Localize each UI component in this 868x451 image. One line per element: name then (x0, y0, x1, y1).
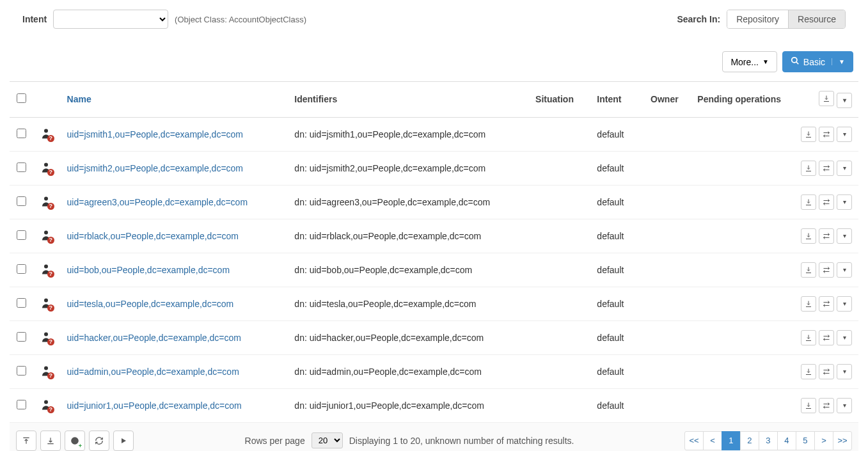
row-checkbox[interactable] (17, 400, 26, 409)
row-more-button[interactable]: ▾ (837, 364, 852, 379)
person-unknown-icon: ? (40, 161, 53, 175)
svg-point-5 (44, 230, 48, 234)
row-owner (644, 354, 691, 388)
download-header-button[interactable] (819, 91, 834, 106)
row-download-button[interactable] (801, 262, 816, 278)
row-intent: default (590, 388, 644, 422)
row-intent: default (590, 354, 644, 388)
row-name-link[interactable]: uid=admin,ou=People,dc=example,dc=com (67, 367, 239, 377)
row-download-button[interactable] (801, 161, 816, 176)
row-pending (691, 287, 791, 320)
row-name-link[interactable]: uid=junior1,ou=People,dc=example,dc=com (67, 400, 242, 411)
row-swap-button[interactable] (819, 127, 834, 142)
row-name-link[interactable]: uid=tesla,ou=People,dc=example,dc=com (67, 299, 234, 309)
row-swap-button[interactable] (819, 398, 834, 413)
download-button[interactable] (40, 431, 61, 451)
row-download-button[interactable] (801, 398, 816, 413)
chevron-down-icon: ▼ (762, 58, 769, 65)
basic-search-button[interactable]: Basic ▼ (782, 51, 853, 72)
row-identifier: dn: uid=tesla,ou=People,dc=example,dc=co… (288, 287, 529, 320)
page-3[interactable]: 3 (759, 431, 778, 450)
row-situation (529, 320, 590, 354)
row-name-link[interactable]: uid=jsmith2,ou=People,dc=example,dc=com (67, 163, 244, 173)
row-swap-button[interactable] (819, 330, 834, 345)
row-swap-button[interactable] (819, 296, 834, 312)
table-row: ?uid=agreen3,ou=People,dc=example,dc=com… (10, 185, 858, 219)
row-more-button[interactable]: ▾ (837, 127, 852, 142)
page-1[interactable]: 1 (722, 431, 741, 450)
row-checkbox[interactable] (17, 298, 26, 308)
row-download-button[interactable] (801, 330, 816, 345)
row-more-button[interactable]: ▾ (837, 398, 852, 413)
upload-button[interactable] (16, 431, 36, 451)
page-first[interactable]: << (684, 431, 704, 450)
row-swap-button[interactable] (819, 364, 834, 379)
row-swap-button[interactable] (819, 161, 834, 176)
row-owner (644, 388, 691, 422)
row-owner (644, 219, 691, 253)
row-more-button[interactable]: ▾ (837, 262, 852, 278)
intent-select[interactable] (53, 10, 168, 29)
row-name-link[interactable]: uid=agreen3,ou=People,dc=example,dc=com (67, 197, 248, 207)
row-name-link[interactable]: uid=jsmith1,ou=People,dc=example,dc=com (67, 129, 244, 139)
table-row: ?uid=tesla,ou=People,dc=example,dc=comdn… (10, 287, 858, 320)
page-5[interactable]: 5 (796, 431, 815, 450)
chevron-down-icon[interactable]: ▼ (832, 58, 845, 65)
row-pending (691, 117, 791, 151)
identifiers-column: Identifiers (288, 82, 529, 118)
display-text: Displaying 1 to 20, unknown number of ma… (349, 436, 574, 446)
search-in-label: Search In: (677, 14, 720, 24)
table-row: ?uid=admin,ou=People,dc=example,dc=comdn… (10, 354, 858, 388)
row-checkbox[interactable] (17, 162, 26, 172)
row-more-button[interactable]: ▾ (837, 228, 852, 244)
row-swap-button[interactable] (819, 228, 834, 244)
row-more-button[interactable]: ▾ (837, 194, 852, 210)
row-checkbox[interactable] (17, 230, 26, 240)
row-name-link[interactable]: uid=rblack,ou=People,dc=example,dc=com (67, 231, 239, 241)
row-identifier: dn: uid=agreen3,ou=People,dc=example,dc=… (288, 185, 529, 219)
svg-point-8 (44, 332, 48, 336)
person-unknown-icon: ? (40, 297, 53, 311)
repository-button[interactable]: Repository (727, 10, 788, 28)
row-name-link[interactable]: uid=bob,ou=People,dc=example,dc=com (67, 265, 230, 275)
page-next[interactable]: > (814, 431, 833, 450)
pending-column: Pending operations (691, 82, 791, 118)
refresh-button[interactable] (89, 431, 109, 451)
row-download-button[interactable] (801, 228, 816, 244)
row-download-button[interactable] (801, 364, 816, 379)
row-intent: default (590, 253, 644, 287)
page-prev[interactable]: < (703, 431, 722, 450)
row-swap-button[interactable] (819, 194, 834, 210)
row-situation (529, 219, 590, 253)
page-2[interactable]: 2 (740, 431, 759, 450)
more-button[interactable]: More... ▼ (722, 51, 777, 72)
row-more-button[interactable]: ▾ (837, 296, 852, 312)
header-more-button[interactable]: ▾ (837, 93, 852, 108)
resource-button[interactable]: Resource (788, 10, 845, 28)
rows-per-page-select[interactable]: 20 (312, 432, 343, 448)
row-checkbox[interactable] (17, 196, 26, 206)
row-name-link[interactable]: uid=hacker,ou=People,dc=example,dc=com (67, 333, 241, 343)
row-checkbox[interactable] (17, 129, 26, 138)
select-all-checkbox[interactable] (17, 93, 26, 103)
row-swap-button[interactable] (819, 262, 834, 278)
person-unknown-icon: ? (40, 365, 53, 379)
row-more-button[interactable]: ▾ (837, 161, 852, 176)
row-pending (691, 185, 791, 219)
row-download-button[interactable] (801, 296, 816, 312)
chart-add-button[interactable] (65, 431, 85, 451)
page-last[interactable]: >> (833, 431, 852, 450)
row-download-button[interactable] (801, 127, 816, 142)
row-checkbox[interactable] (17, 332, 26, 342)
play-button[interactable] (113, 431, 134, 451)
row-owner (644, 117, 691, 151)
row-owner (644, 320, 691, 354)
row-more-button[interactable]: ▾ (837, 330, 852, 345)
row-download-button[interactable] (801, 194, 816, 210)
page-4[interactable]: 4 (777, 431, 796, 450)
row-pending (691, 151, 791, 185)
name-column[interactable]: Name (61, 82, 288, 118)
row-owner (644, 151, 691, 185)
row-checkbox[interactable] (17, 366, 26, 376)
row-checkbox[interactable] (17, 264, 26, 274)
